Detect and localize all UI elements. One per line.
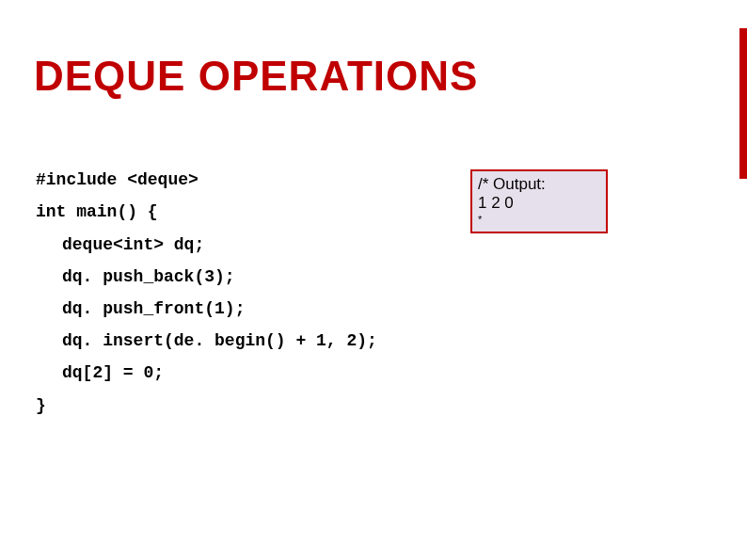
slide-title: DEQUE OPERATIONS <box>34 53 478 100</box>
output-box: /* Output: 1 2 0 * <box>470 169 608 233</box>
output-line: * <box>478 214 600 226</box>
code-line: } <box>36 396 46 415</box>
code-line: deque<int> dq; <box>36 229 204 261</box>
code-block: #include <deque> int main() { deque<int>… <box>36 132 377 422</box>
output-line: 1 2 0 <box>478 194 600 213</box>
code-line: #include <deque> <box>36 170 199 189</box>
code-line: int main() { <box>36 202 158 221</box>
code-line: dq. push_front(1); <box>36 293 245 325</box>
code-line: dq[2] = 0; <box>36 357 164 389</box>
output-line: /* Output: <box>478 175 600 194</box>
slide: DEQUE OPERATIONS #include <deque> int ma… <box>0 0 747 560</box>
code-line: dq. insert(de. begin() + 1, 2); <box>36 325 377 357</box>
code-line: dq. push_back(3); <box>36 261 235 293</box>
accent-bar <box>739 28 747 179</box>
